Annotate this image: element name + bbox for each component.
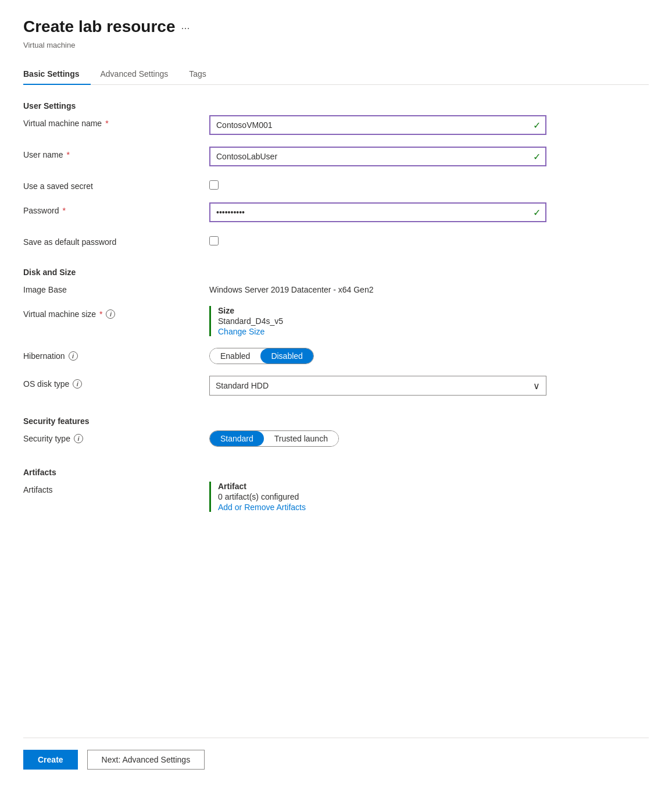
tab-tags[interactable]: Tags (189, 63, 218, 84)
user-settings-header: User Settings (23, 101, 649, 111)
os-disk-type-dropdown[interactable]: Standard HDD ∨ (209, 376, 546, 396)
artifacts-label: Artifacts (23, 482, 209, 494)
create-button[interactable]: Create (23, 750, 78, 770)
use-saved-secret-row: Use a saved secret (23, 178, 649, 191)
save-default-password-row: Save as default password (23, 234, 649, 247)
save-default-password-label: Save as default password (23, 234, 209, 247)
hibernation-label: Hibernation i (23, 348, 209, 361)
user-settings-section: User Settings Virtual machine name * ✓ U… (23, 101, 649, 258)
use-saved-secret-checkbox[interactable] (209, 180, 219, 190)
use-saved-secret-label: Use a saved secret (23, 178, 209, 191)
image-base-label: Image Base (23, 282, 209, 294)
vm-name-checkmark: ✓ (533, 120, 541, 131)
artifacts-section: Artifacts Artifacts Artifact 0 artifact(… (23, 468, 649, 524)
security-type-control: Standard Trusted launch (209, 430, 546, 447)
os-disk-type-row: OS disk type i Standard HDD ∨ (23, 376, 649, 396)
page-title: Create lab resource (23, 17, 175, 36)
dropdown-arrow-icon: ∨ (533, 380, 540, 391)
tab-advanced[interactable]: Advanced Settings (100, 63, 180, 84)
footer: Create Next: Advanced Settings (23, 738, 649, 787)
os-disk-type-control: Standard HDD ∨ (209, 376, 546, 396)
artifacts-row: Artifacts Artifact 0 artifact(s) configu… (23, 482, 649, 512)
security-standard-option[interactable]: Standard (210, 431, 264, 446)
password-control: ✓ (209, 202, 546, 222)
os-disk-type-label: OS disk type i (23, 376, 209, 389)
artifacts-control: Artifact 0 artifact(s) configured Add or… (209, 482, 546, 512)
password-checkmark: ✓ (533, 207, 541, 218)
password-label: Password * (23, 202, 209, 215)
image-base-row: Image Base Windows Server 2019 Datacente… (23, 282, 649, 294)
save-default-password-checkbox[interactable] (209, 236, 219, 245)
password-row: Password * ✓ (23, 202, 649, 222)
user-name-control: ✓ (209, 147, 546, 166)
size-value: Standard_D4s_v5 (218, 316, 546, 326)
image-base-value: Windows Server 2019 Datacenter - x64 Gen… (209, 282, 546, 294)
vm-name-row: Virtual machine name * ✓ (23, 115, 649, 135)
security-type-row: Security type i Standard Trusted launch (23, 430, 649, 447)
artifact-block-label: Artifact (218, 482, 546, 491)
save-default-password-control (209, 234, 546, 245)
vm-name-input[interactable] (209, 115, 546, 135)
os-disk-type-info-icon[interactable]: i (73, 379, 82, 389)
disk-size-section: Disk and Size Image Base Windows Server … (23, 268, 649, 407)
hibernation-enabled-option[interactable]: Enabled (210, 348, 260, 364)
user-name-input[interactable] (209, 147, 546, 166)
vm-size-row: Virtual machine size * i Size Standard_D… (23, 306, 649, 336)
hibernation-row: Hibernation i Enabled Disabled (23, 348, 649, 364)
tabs-bar: Basic Settings Advanced Settings Tags (23, 63, 649, 85)
security-type-toggle-group: Standard Trusted launch (209, 430, 339, 447)
disk-size-header: Disk and Size (23, 268, 649, 277)
hibernation-control: Enabled Disabled (209, 348, 546, 364)
password-input[interactable] (209, 202, 546, 222)
user-name-label: User name * (23, 147, 209, 159)
hibernation-info-icon[interactable]: i (69, 351, 78, 361)
tab-basic[interactable]: Basic Settings (23, 63, 91, 84)
hibernation-disabled-option[interactable]: Disabled (260, 348, 313, 364)
vm-size-control: Size Standard_D4s_v5 Change Size (209, 306, 546, 336)
security-trusted-launch-option[interactable]: Trusted launch (264, 431, 338, 446)
user-name-checkmark: ✓ (533, 151, 541, 162)
add-remove-artifacts-link[interactable]: Add or Remove Artifacts (218, 503, 546, 512)
security-type-info-icon[interactable]: i (74, 434, 83, 443)
size-label: Size (218, 306, 546, 315)
use-saved-secret-control (209, 178, 546, 190)
more-icon[interactable]: ··· (181, 22, 190, 34)
vm-size-label: Virtual machine size * i (23, 306, 209, 319)
security-features-header: Security features (23, 416, 649, 426)
next-advanced-settings-button[interactable]: Next: Advanced Settings (87, 750, 205, 770)
change-size-link[interactable]: Change Size (218, 327, 546, 336)
artifacts-header: Artifacts (23, 468, 649, 477)
user-name-row: User name * ✓ (23, 147, 649, 166)
vm-size-info-icon[interactable]: i (106, 309, 115, 319)
security-type-label: Security type i (23, 430, 209, 443)
vm-name-label: Virtual machine name * (23, 115, 209, 128)
os-disk-type-value: Standard HDD (216, 381, 269, 390)
security-features-section: Security features Security type i Standa… (23, 416, 649, 458)
artifact-count: 0 artifact(s) configured (218, 492, 546, 501)
hibernation-toggle-group: Enabled Disabled (209, 348, 314, 364)
vm-name-control: ✓ (209, 115, 546, 135)
page-subtitle: Virtual machine (23, 41, 649, 49)
